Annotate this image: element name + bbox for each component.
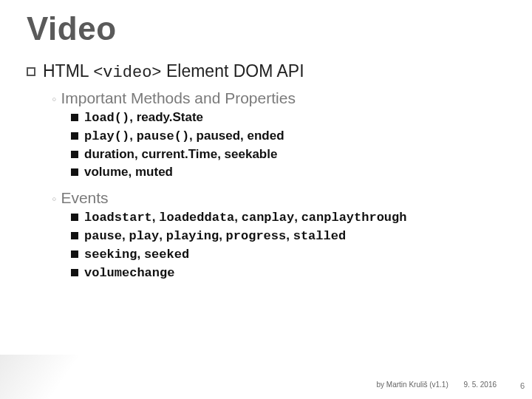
square-bullet-icon — [27, 67, 35, 76]
footer-date: 9. 5. 2016 — [464, 381, 497, 389]
list-item-fragment: ready.State — [137, 110, 203, 124]
list-item-fragment: , — [129, 129, 136, 143]
list-item-fragment: seeked — [144, 248, 189, 262]
list-item-fragment: load() — [84, 111, 129, 125]
filled-square-icon — [71, 250, 78, 258]
filled-square-icon — [71, 269, 78, 276]
heading-main-code: <video> — [93, 64, 161, 82]
list-item-fragment: play() — [84, 129, 129, 143]
list-item-fragment: stalled — [293, 229, 346, 243]
methods-list: load(), ready.Stateplay(), pause(), paus… — [27, 109, 505, 181]
list-item-fragment: , — [129, 165, 135, 179]
list-item-fragment: playing — [166, 229, 219, 243]
list-item-fragment: canplaythrough — [301, 211, 407, 225]
list-item-fragment: , — [294, 210, 301, 224]
subheading-events: ◦Events — [52, 188, 505, 208]
list-item-fragment: , — [217, 147, 224, 161]
list-item-fragment: pause() — [137, 129, 189, 143]
list-item-fragment: , — [152, 210, 159, 224]
page-number: 6 — [520, 381, 525, 390]
list-item-fragment: , — [159, 228, 166, 242]
list-item: loadstart, loadeddata, canplay, canplayt… — [71, 209, 505, 227]
filled-square-icon — [71, 132, 78, 140]
list-item-fragment: current.Time — [141, 147, 217, 161]
list-item-fragment: loadeddata — [159, 211, 234, 225]
list-item: duration, current.Time, seekable — [71, 146, 505, 163]
heading-main: HTML <video> Element DOM API — [27, 61, 505, 84]
subheading-methods: ◦Important Methods and Properties — [52, 89, 505, 108]
events-list: loadstart, loadeddata, canplay, canplayt… — [27, 209, 505, 282]
list-item-fragment: , — [286, 228, 293, 242]
heading-main-suffix: Element DOM API — [162, 61, 304, 81]
slide-title: Video — [27, 10, 505, 47]
list-item-fragment: duration — [84, 147, 134, 161]
list-item-fragment: muted — [135, 165, 173, 179]
list-item-fragment: , — [189, 129, 196, 143]
list-item: volumechange — [71, 265, 505, 282]
chevron-icon: ◦ — [52, 191, 56, 208]
filled-square-icon — [71, 168, 78, 176]
list-item-fragment: , — [234, 210, 241, 224]
footer-author: by Martin Kruliš (v1.1) — [376, 381, 448, 389]
list-item-fragment: seekable — [225, 147, 278, 161]
list-item-fragment: play — [129, 229, 159, 243]
filled-square-icon — [71, 214, 78, 221]
list-item-fragment: , — [219, 228, 225, 242]
list-item-fragment: volumechange — [84, 266, 174, 280]
subheading-methods-text: Important Methods and Properties — [61, 89, 296, 106]
slide: Video HTML <video> Element DOM API ◦Impo… — [0, 0, 532, 399]
list-item: load(), ready.State — [71, 109, 505, 127]
list-item-fragment: canplay — [242, 211, 294, 225]
corner-shine — [0, 355, 92, 399]
list-item: volume, muted — [71, 164, 505, 181]
filled-square-icon — [71, 151, 78, 158]
list-item-fragment: ended — [248, 129, 284, 143]
list-item-fragment: pause — [84, 229, 122, 243]
footer: by Martin Kruliš (v1.1) 9. 5. 2016 — [376, 381, 497, 389]
list-item: pause, play, playing, progress, stalled — [71, 228, 505, 245]
list-item-fragment: volume — [84, 165, 129, 179]
chevron-icon: ◦ — [52, 91, 56, 108]
list-item-fragment: paused — [197, 129, 241, 143]
heading-main-prefix: HTML — [43, 61, 93, 81]
list-item: seeking, seeked — [71, 246, 505, 264]
filled-square-icon — [71, 114, 78, 121]
list-item-fragment: seeking — [84, 248, 137, 262]
filled-square-icon — [71, 232, 78, 239]
list-item: play(), pause(), paused, ended — [71, 128, 505, 146]
subheading-events-text: Events — [61, 189, 108, 206]
list-item-fragment: , — [129, 110, 136, 124]
list-item-fragment: , — [240, 129, 247, 143]
list-item-fragment: , — [137, 247, 143, 261]
list-item-fragment: loadstart — [84, 211, 152, 225]
list-item-fragment: progress — [226, 229, 287, 243]
